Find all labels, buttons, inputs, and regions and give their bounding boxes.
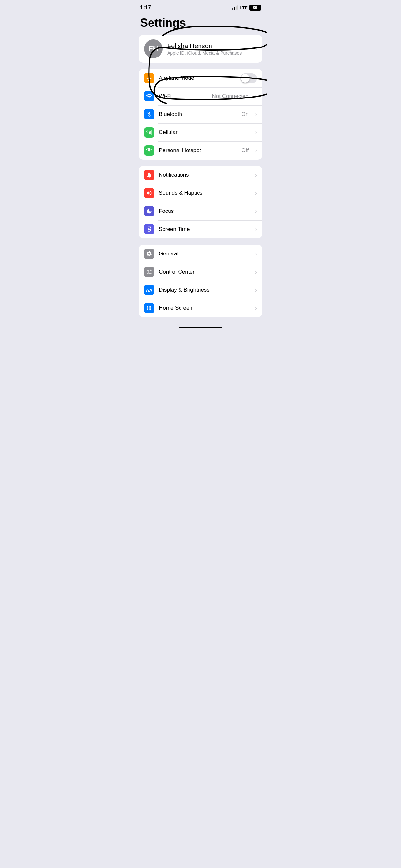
- status-right: LTE 86: [233, 5, 261, 11]
- bluetooth-chevron: ›: [255, 111, 257, 118]
- home-screen-label: Home Screen: [159, 305, 251, 311]
- notifications-row[interactable]: Notifications ›: [139, 166, 262, 184]
- profile-name: Felisha Henson: [167, 42, 251, 50]
- signal-bar-3: [236, 6, 237, 10]
- airplane-mode-icon: [144, 73, 154, 83]
- gear-svg: [146, 251, 152, 257]
- notifications-icon: [144, 170, 154, 180]
- cellular-svg: [146, 129, 152, 135]
- notifications-section: Notifications › Sounds & Haptics › Focus…: [139, 166, 262, 238]
- signal-bars: [233, 6, 238, 10]
- wifi-svg: [146, 93, 152, 99]
- bluetooth-svg: [146, 111, 152, 118]
- profile-info: Felisha Henson Apple ID, iCloud, Media &…: [167, 42, 251, 56]
- control-center-chevron: ›: [255, 269, 257, 275]
- bluetooth-value: On: [241, 111, 249, 118]
- home-bar: [179, 327, 222, 329]
- profile-chevron: ›: [255, 45, 257, 52]
- cellular-icon: [144, 127, 154, 137]
- bluetooth-label: Bluetooth: [159, 111, 237, 118]
- airplane-mode-label: Airplane Mode: [159, 75, 236, 82]
- screen-time-label: Screen Time: [159, 226, 251, 232]
- cellular-chevron: ›: [255, 129, 257, 136]
- display-brightness-row[interactable]: AA Display & Brightness ›: [139, 281, 262, 299]
- general-row[interactable]: General ›: [139, 245, 262, 263]
- general-label: General: [159, 251, 251, 257]
- sliders-svg: [146, 269, 152, 275]
- hourglass-svg: [146, 226, 152, 232]
- home-screen-row[interactable]: Home Screen ›: [139, 299, 262, 317]
- personal-hotspot-row[interactable]: Personal Hotspot Off ›: [139, 142, 262, 159]
- control-center-icon: [144, 267, 154, 277]
- personal-hotspot-value: Off: [242, 147, 249, 154]
- home-screen-chevron: ›: [255, 305, 257, 312]
- home-screen-icon: [144, 303, 154, 313]
- status-bar: 1:17 LTE 86: [134, 0, 267, 13]
- focus-icon: [144, 206, 154, 216]
- aa-text: AA: [146, 287, 153, 293]
- wifi-label: Wi-Fi: [159, 93, 208, 99]
- general-section: General › Control Center › AA Display & …: [139, 245, 262, 317]
- wifi-value: Not Connected: [212, 93, 249, 99]
- status-time: 1:17: [140, 4, 151, 11]
- airplane-mode-toggle[interactable]: [240, 73, 257, 83]
- avatar: FH: [144, 39, 163, 58]
- sounds-haptics-row[interactable]: Sounds & Haptics ›: [139, 184, 262, 202]
- bluetooth-icon: [144, 109, 154, 120]
- airplane-svg: [146, 75, 152, 82]
- notifications-chevron: ›: [255, 172, 257, 179]
- sounds-haptics-label: Sounds & Haptics: [159, 190, 251, 196]
- grid-svg: [146, 305, 152, 311]
- profile-card: FH Felisha Henson Apple ID, iCloud, Medi…: [139, 35, 262, 63]
- sounds-haptics-chevron: ›: [255, 190, 257, 197]
- personal-hotspot-chevron: ›: [255, 147, 257, 154]
- moon-svg: [146, 208, 152, 214]
- wifi-row[interactable]: Wi-Fi Not Connected ›: [139, 87, 262, 105]
- screen-time-row[interactable]: Screen Time ›: [139, 220, 262, 238]
- signal-bar-4: [237, 5, 238, 10]
- sounds-haptics-icon: [144, 188, 154, 198]
- cellular-row[interactable]: Cellular ›: [139, 123, 262, 142]
- profile-subtitle: Apple ID, iCloud, Media & Purchases: [167, 51, 251, 56]
- bell-svg: [146, 172, 152, 178]
- personal-hotspot-label: Personal Hotspot: [159, 147, 237, 154]
- screen-time-icon: [144, 224, 154, 235]
- airplane-mode-row[interactable]: Airplane Mode: [139, 69, 262, 87]
- bluetooth-row[interactable]: Bluetooth On ›: [139, 105, 262, 123]
- display-brightness-chevron: ›: [255, 287, 257, 293]
- hotspot-icon: [144, 145, 154, 156]
- general-icon: [144, 249, 154, 259]
- hotspot-svg: [146, 147, 152, 154]
- general-chevron: ›: [255, 251, 257, 257]
- wifi-chevron: ›: [255, 93, 257, 100]
- display-brightness-label: Display & Brightness: [159, 287, 251, 293]
- battery-indicator: 86: [249, 5, 261, 11]
- signal-bar-1: [233, 8, 234, 10]
- focus-row[interactable]: Focus ›: [139, 202, 262, 220]
- focus-label: Focus: [159, 208, 251, 214]
- page-title: Settings: [140, 16, 261, 30]
- lte-indicator: LTE: [240, 5, 248, 10]
- speaker-svg: [146, 190, 152, 196]
- wifi-icon: [144, 91, 154, 101]
- control-center-label: Control Center: [159, 269, 251, 275]
- home-indicator: [134, 323, 267, 330]
- screen-time-chevron: ›: [255, 226, 257, 233]
- display-brightness-icon: AA: [144, 285, 154, 295]
- connectivity-section: Airplane Mode Wi-Fi Not Connected › Blue…: [139, 69, 262, 159]
- profile-row[interactable]: FH Felisha Henson Apple ID, iCloud, Medi…: [139, 35, 262, 63]
- page-title-container: Settings: [134, 13, 267, 35]
- notifications-label: Notifications: [159, 172, 251, 178]
- control-center-row[interactable]: Control Center ›: [139, 263, 262, 281]
- focus-chevron: ›: [255, 208, 257, 215]
- cellular-label: Cellular: [159, 129, 251, 135]
- signal-bar-2: [234, 7, 235, 10]
